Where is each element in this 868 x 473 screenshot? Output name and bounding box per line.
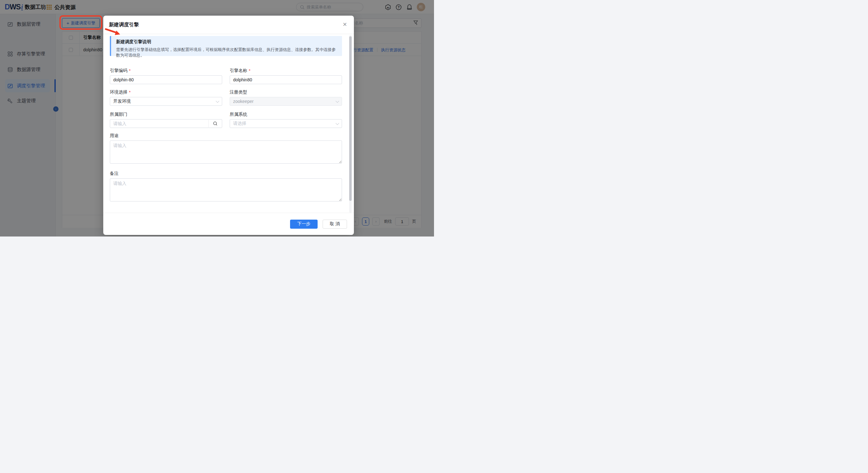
- next-step-button[interactable]: 下一步: [290, 220, 318, 229]
- register-type-select: zookeeper: [230, 97, 342, 106]
- environment-select[interactable]: 开发环境: [110, 97, 222, 106]
- required-asterisk: *: [249, 68, 250, 73]
- department-search-button[interactable]: [208, 119, 222, 128]
- field-usage: 用途: [110, 133, 342, 165]
- field-remark: 备注: [110, 170, 342, 203]
- field-engine-name: 引擎名称*: [230, 68, 342, 84]
- alert-title: 新建调度引擎说明: [116, 39, 337, 45]
- modal-body: 新建调度引擎说明 需要先进行引擎基础信息填写，选择配置环境后，可根据顺序依次配置…: [103, 34, 354, 203]
- field-register-type: 注册类型 zookeeper: [230, 89, 342, 106]
- close-icon[interactable]: ✕: [342, 22, 348, 28]
- new-engine-modal: 新建调度引擎 ✕ 新建调度引擎说明 需要先进行引擎基础信息填写，选择配置环境后，…: [103, 15, 354, 235]
- required-asterisk: *: [129, 90, 130, 95]
- department-input[interactable]: [113, 121, 207, 126]
- required-asterisk: *: [129, 68, 130, 73]
- info-alert: 新建调度引擎说明 需要先进行引擎基础信息填写，选择配置环境后，可根据顺序依次配置…: [110, 36, 342, 56]
- search-icon: [213, 121, 217, 126]
- field-environment: 环境选择* 开发环境: [110, 89, 222, 106]
- modal-footer: 下一步 取 消: [103, 213, 354, 235]
- annotation-highlight-box: [59, 15, 102, 30]
- usage-textarea[interactable]: [110, 140, 342, 164]
- alert-body: 需要先进行引擎基础信息填写，选择配置环境后，可根据顺序依次配置数据库信息、执行资…: [116, 47, 337, 58]
- field-system: 所属系统 请选择: [230, 112, 342, 128]
- cancel-button[interactable]: 取 消: [322, 220, 347, 229]
- annotation-arrow: [104, 28, 123, 37]
- chevron-down-icon: [335, 121, 339, 125]
- chevron-down-icon: [335, 99, 339, 103]
- engine-name-input[interactable]: [233, 77, 339, 82]
- field-engine-code: 引擎编码*: [110, 68, 222, 84]
- modal-scrollbar-thumb[interactable]: [349, 36, 352, 201]
- modal-header: 新建调度引擎 ✕: [103, 15, 354, 34]
- field-department: 所属部门: [110, 112, 222, 128]
- remark-textarea[interactable]: [110, 178, 342, 201]
- chevron-down-icon: [216, 99, 219, 103]
- engine-code-input[interactable]: [113, 77, 219, 82]
- system-select[interactable]: 请选择: [230, 119, 342, 128]
